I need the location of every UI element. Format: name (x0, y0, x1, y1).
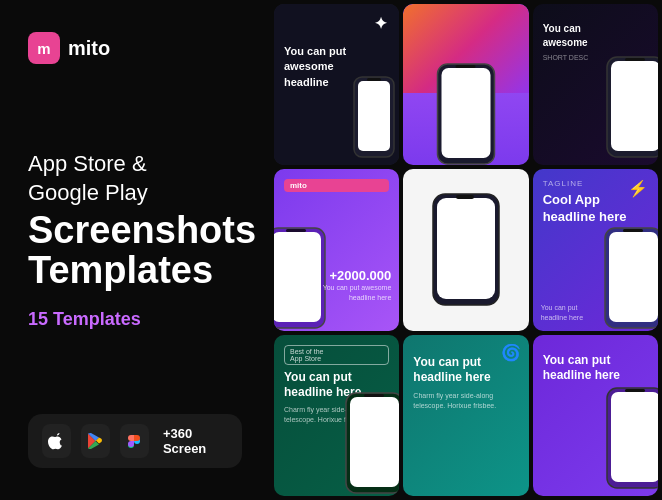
mockup-card-7: Best of theApp Store You can putheadline… (274, 335, 399, 496)
badges-row: +360 Screen (28, 414, 242, 468)
logo-row: m mito (28, 32, 242, 64)
mockup-card-3: You canawesome SHORT DESC (533, 4, 658, 165)
phone-purple (603, 386, 658, 496)
mockup-card-8: You can putheadline here Charm fly year … (403, 335, 528, 496)
phone-white (431, 192, 501, 307)
headline-sub: App Store &Google Play (28, 150, 242, 207)
svg-rect-25 (625, 389, 645, 392)
left-panel: m mito App Store &Google Play Screenshot… (0, 0, 270, 500)
svg-rect-12 (274, 232, 321, 322)
svg-rect-16 (456, 195, 474, 199)
plus-screen-label: +360 Screen (163, 426, 228, 456)
phone-illustration (349, 75, 399, 165)
svg-rect-19 (623, 229, 643, 232)
phone-center (433, 62, 498, 165)
logo-text: mito (68, 37, 110, 60)
phone-green (342, 391, 399, 496)
mockup-card-9: You can putheadline here (533, 335, 658, 496)
mockup-card-6: TAGLINE Cool Appheadline here ⚡ You can … (533, 169, 658, 330)
apple-icon (46, 431, 66, 451)
mockup-grid: ✦ You can putawesomeheadline (270, 0, 662, 500)
mockup-card-4: mito +2000.000 You can put awesomeheadli… (274, 169, 399, 330)
figma-icon (124, 431, 144, 451)
svg-rect-9 (611, 61, 658, 151)
google-play-icon (85, 431, 105, 451)
svg-rect-6 (441, 68, 490, 158)
phone-right-6 (601, 226, 658, 331)
svg-rect-10 (625, 58, 645, 61)
phone-right (603, 55, 658, 165)
svg-rect-21 (350, 397, 399, 487)
mockup-card-1: ✦ You can putawesomeheadline (274, 4, 399, 165)
phone-left-4 (274, 226, 329, 331)
svg-rect-22 (364, 394, 384, 397)
headline-block: App Store &Google Play ScreenshotsTempla… (28, 84, 242, 414)
figma-badge[interactable] (120, 424, 149, 458)
svg-rect-3 (358, 81, 390, 151)
svg-rect-18 (609, 232, 658, 322)
svg-rect-4 (367, 78, 381, 81)
svg-rect-15 (437, 198, 495, 299)
google-play-badge[interactable] (81, 424, 110, 458)
logo-icon: m (28, 32, 60, 64)
template-count: 15 Templates (28, 309, 242, 330)
svg-rect-24 (611, 392, 658, 482)
mockup-card-2 (403, 4, 528, 165)
mockup-card-5 (403, 169, 528, 330)
svg-rect-13 (286, 229, 306, 232)
svg-rect-7 (455, 65, 475, 68)
headline-main: ScreenshotsTemplates (28, 211, 242, 291)
apple-badge[interactable] (42, 424, 71, 458)
